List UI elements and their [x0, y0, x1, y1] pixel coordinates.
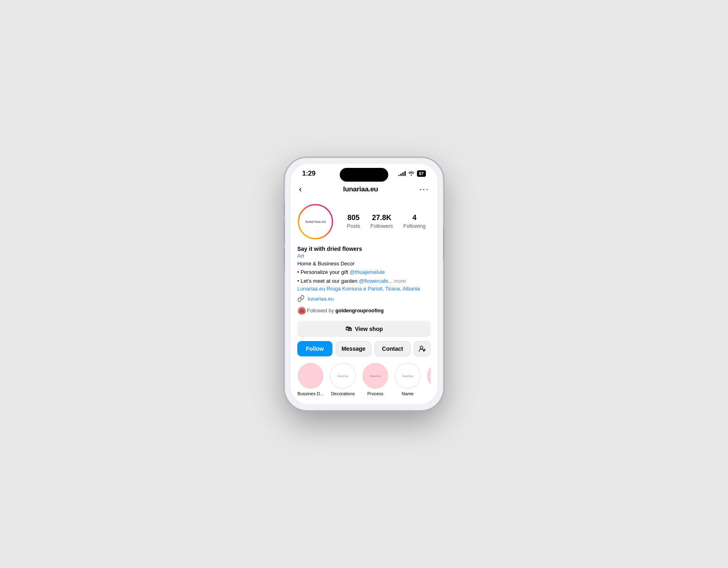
highlight-label: Decorations — [330, 391, 356, 396]
highlight-label: Logo — [427, 391, 431, 396]
posts-label: Posts — [347, 223, 360, 229]
bio-line1: Home & Business Decor — [297, 260, 431, 268]
bio-section: Say it with dried flowers Art Home & Bus… — [297, 246, 431, 292]
view-shop-label: View shop — [355, 326, 383, 332]
followed-by-text: Followed by goldengrouproofing — [307, 308, 384, 314]
bio-line3-prefix: • Let's meet at our garden — [297, 278, 359, 284]
nav-header: ‹ lunariaa.eu ··· — [291, 181, 437, 200]
bio-tag1[interactable]: @thuajemelule — [350, 269, 385, 275]
highlight-item[interactable]: lunariaa Name — [394, 363, 421, 396]
avatar[interactable]: lunariaa.eu — [297, 203, 334, 240]
highlight-item[interactable]: lunariaa Decorations — [330, 363, 356, 396]
follower-username[interactable]: goldengrouproofing — [335, 308, 383, 314]
highlight-item[interactable]: lunariaa Logo — [427, 363, 431, 396]
highlights-row: Bussines D... lunariaa Decorations lunar… — [297, 363, 431, 396]
highlight-script: lunariaa — [337, 374, 349, 378]
profile-name: Say it with dried flowers — [297, 246, 431, 252]
followers-count: 27.8K — [372, 214, 392, 222]
stat-posts[interactable]: 805 Posts — [347, 214, 360, 229]
more-options-button[interactable]: ··· — [418, 182, 431, 196]
link-icon — [297, 295, 305, 302]
highlight-inner: lunariaa — [430, 365, 431, 386]
profile-top: lunariaa.eu 805 Posts 27.8K Followers 4 — [297, 203, 431, 240]
highlight-circle — [298, 363, 324, 389]
highlight-label: Name — [394, 391, 421, 396]
follower-avatar-1 — [297, 306, 306, 315]
bio-line3: • Let's meet at our garden @flowercafe..… — [297, 277, 431, 285]
highlights-section: Bussines D... lunariaa Decorations lunar… — [291, 363, 437, 396]
back-button[interactable]: ‹ — [297, 182, 303, 196]
followers-label: Followers — [370, 223, 393, 229]
bio-tag2[interactable]: @flowercafe... — [359, 278, 392, 284]
highlight-item[interactable]: lunariaa Process — [362, 363, 389, 396]
stat-following[interactable]: 4 Following — [403, 214, 425, 229]
bio-more[interactable]: more — [393, 278, 406, 284]
bio-location[interactable]: Lunariaa.eu Rruga Komuna e Parisit, Tira… — [297, 286, 431, 292]
action-buttons: Follow Message Contact — [297, 341, 431, 356]
avatar-text: lunariaa.eu — [305, 219, 326, 224]
highlight-circle: lunariaa — [395, 363, 421, 389]
shop-icon: 🛍 — [345, 325, 352, 333]
status-time: 1:29 — [302, 170, 315, 178]
avatar-inner: lunariaa.eu — [299, 206, 332, 238]
wifi-icon — [408, 170, 415, 177]
profile-section: lunariaa.eu 805 Posts 27.8K Followers 4 — [291, 200, 437, 357]
dynamic-island — [340, 168, 388, 182]
highlight-script-inner: lunariaa — [370, 374, 381, 378]
follower-avatars — [297, 306, 304, 315]
contact-button[interactable]: Contact — [375, 341, 411, 356]
highlight-script: lunariaa — [402, 374, 413, 378]
highlight-label: Process — [362, 391, 389, 396]
follow-button[interactable]: Follow — [297, 341, 332, 356]
view-shop-button[interactable]: 🛍 View shop — [297, 321, 431, 337]
highlight-inner — [300, 365, 321, 386]
stat-followers[interactable]: 27.8K Followers — [370, 214, 393, 229]
posts-count: 805 — [347, 214, 360, 222]
bio-line2-prefix: • Personalize your gift — [297, 269, 350, 275]
following-count: 4 — [413, 214, 417, 222]
highlight-inner: lunariaa — [365, 365, 386, 386]
profile-category[interactable]: Art — [297, 253, 431, 259]
following-label: Following — [403, 223, 425, 229]
highlight-item[interactable]: Bussines D... — [297, 363, 324, 396]
website-row[interactable]: lunariaa.eu — [297, 295, 431, 302]
status-bar: 1:29 87 — [291, 164, 437, 181]
battery-indicator: 87 — [417, 170, 426, 177]
highlight-circle: lunariaa — [427, 363, 431, 389]
bio-line2: • Personalize your gift @thuajemelule — [297, 268, 431, 276]
svg-point-1 — [420, 346, 423, 349]
message-button[interactable]: Message — [336, 341, 372, 356]
page-title: lunariaa.eu — [343, 185, 378, 193]
highlight-circle: lunariaa — [362, 363, 388, 389]
followed-by-row: Followed by goldengrouproofing — [297, 306, 431, 315]
website-link[interactable]: lunariaa.eu — [308, 296, 334, 302]
highlight-label: Bussines D... — [297, 391, 324, 396]
highlight-circle: lunariaa — [330, 363, 356, 389]
status-icons: 87 — [398, 170, 426, 177]
add-friend-button[interactable] — [414, 341, 431, 356]
signal-icon — [398, 171, 406, 176]
stats-row: 805 Posts 27.8K Followers 4 Following — [342, 214, 431, 229]
